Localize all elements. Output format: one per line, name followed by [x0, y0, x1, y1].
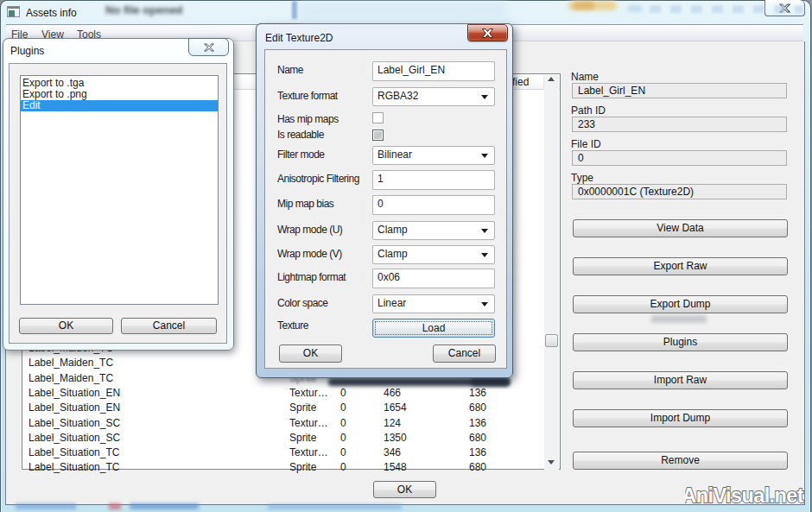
- svg-text:AniVisual.net: AniVisual.net: [685, 484, 804, 507]
